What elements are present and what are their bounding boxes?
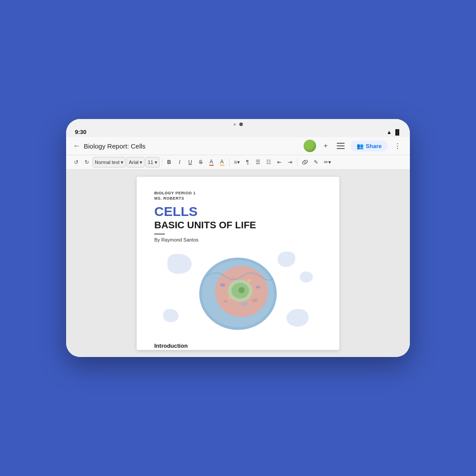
document-title: Biology Report: Cells	[84, 142, 145, 150]
svg-point-14	[228, 297, 231, 299]
svg-point-11	[252, 298, 258, 302]
svg-point-13	[247, 279, 251, 282]
svg-point-8	[238, 287, 245, 293]
bullet-list-button[interactable]: ☰	[253, 157, 263, 167]
text-color-button[interactable]: A	[207, 157, 216, 167]
font-size-arrow: ▾	[155, 160, 157, 165]
svg-point-12	[223, 300, 228, 302]
toolbar: ↺ ↻ Normal text ▾ Arial ▾ 11 ▾ B I U S A…	[66, 155, 410, 170]
blob-4	[163, 309, 178, 322]
doc-main-title: CELLS	[154, 204, 322, 219]
link-button[interactable]	[300, 157, 310, 167]
font-select[interactable]: Arial ▾	[126, 157, 145, 167]
cell-illustration	[154, 249, 322, 335]
battery-icon: ▐▌	[394, 129, 401, 135]
share-icon: 👥	[357, 143, 364, 149]
tablet-top-bar	[66, 119, 410, 128]
svg-rect-0	[337, 143, 345, 144]
underline-button[interactable]: U	[186, 157, 195, 167]
tablet-device: 9:30 ▲ ▐▌ ← Biology Report: Cells +	[66, 119, 410, 357]
text-style-arrow: ▾	[121, 160, 123, 165]
doc-title-divider	[154, 234, 165, 234]
doc-subtitle: BASIC UNITS OF LIFE	[154, 219, 322, 231]
indent-less-button[interactable]: ⇤	[275, 157, 284, 167]
status-icons: ▲ ▐▌	[387, 129, 401, 135]
font-size-select[interactable]: 11 ▾	[145, 157, 159, 167]
share-label: Share	[366, 143, 382, 149]
font-label: Arial	[129, 160, 138, 165]
status-time: 9:30	[75, 129, 86, 135]
blob-3	[286, 309, 309, 327]
align-button[interactable]: ≡▾	[232, 157, 242, 167]
pencil-button[interactable]: ✏▾	[322, 157, 333, 167]
menu-button[interactable]	[335, 141, 346, 151]
svg-rect-1	[337, 145, 345, 146]
numbered-list-button[interactable]: ☷	[264, 157, 274, 167]
toolbar-divider-2	[229, 158, 230, 166]
highlight-button[interactable]: A	[217, 157, 227, 167]
bold-button[interactable]: B	[164, 157, 174, 167]
svg-point-9	[220, 283, 225, 286]
redo-button[interactable]: ↻	[82, 157, 92, 167]
svg-point-15	[241, 302, 248, 305]
blob-5	[300, 271, 313, 283]
text-style-label: Normal text	[95, 160, 119, 165]
teacher-label: MS. ROBERTS	[154, 196, 184, 201]
cell-svg	[194, 252, 282, 333]
doc-teacher-line: MS. ROBERTS	[154, 196, 322, 201]
doc-section-title: Introduction	[154, 342, 322, 349]
svg-rect-2	[337, 148, 345, 149]
back-button[interactable]: ←	[73, 142, 80, 150]
text-style-select[interactable]: Normal text ▾	[93, 157, 126, 167]
font-arrow: ▾	[140, 160, 142, 165]
wifi-icon: ▲	[387, 129, 392, 135]
document-page: BIOLOGY PERIOD 1 MS. ROBERTS CELLS BASIC…	[137, 177, 339, 350]
blob-1	[167, 254, 192, 274]
more-options-button[interactable]: ⋮	[392, 141, 403, 151]
doc-author: By Raymond Santos	[154, 237, 322, 242]
title-left: ← Biology Report: Cells	[73, 142, 145, 150]
author-prefix: By	[154, 237, 160, 242]
tablet-camera	[239, 123, 243, 126]
italic-button[interactable]: I	[175, 157, 185, 167]
add-button[interactable]: +	[320, 141, 331, 151]
svg-point-10	[256, 286, 260, 288]
format-button[interactable]: ¶	[243, 157, 253, 167]
title-right: + 👥 Share ⋮	[304, 140, 403, 152]
strikethrough-button[interactable]: S	[196, 157, 206, 167]
doc-header-line: BIOLOGY PERIOD 1	[154, 191, 322, 195]
share-button[interactable]: 👥 Share	[350, 141, 388, 152]
title-bar: ← Biology Report: Cells + 👥 Share ⋮	[66, 137, 410, 155]
status-bar: 9:30 ▲ ▐▌	[66, 128, 410, 137]
avatar[interactable]	[304, 140, 316, 152]
comment-button[interactable]: ✎	[311, 157, 321, 167]
author-name: Raymond Santos	[161, 237, 198, 242]
biology-label: BIOLOGY	[154, 191, 174, 195]
toolbar-divider-3	[297, 158, 298, 166]
undo-button[interactable]: ↺	[71, 157, 81, 167]
tablet-sensor	[234, 123, 236, 126]
indent-more-button[interactable]: ⇥	[285, 157, 295, 167]
font-size-label: 11	[148, 160, 153, 165]
toolbar-divider-1	[162, 158, 162, 166]
document-area: BIOLOGY PERIOD 1 MS. ROBERTS CELLS BASIC…	[66, 170, 410, 357]
period-label: PERIOD 1	[175, 191, 196, 195]
